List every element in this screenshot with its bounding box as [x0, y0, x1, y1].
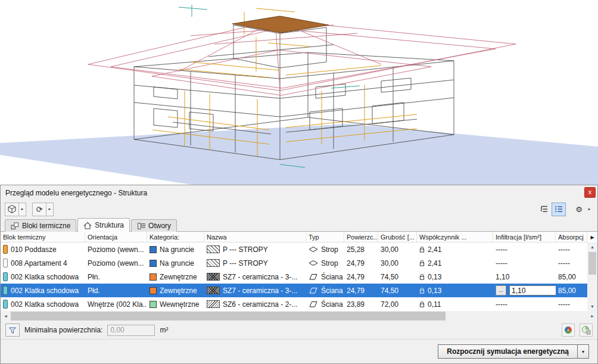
grubosc-value: 74,50 — [378, 270, 417, 284]
kategoria-value: Na gruncie — [160, 245, 194, 254]
grubosc-value: 30,00 — [378, 242, 417, 256]
settings-button[interactable]: ⚙ — [572, 203, 586, 216]
roof-lines — [88, 20, 516, 95]
thermal-block-marker — [3, 272, 8, 281]
edit-value-button[interactable]: ... — [496, 285, 506, 295]
application-screen: Przegląd modelu energetycznego - Struktu… — [0, 0, 598, 364]
typ-value: Strop — [321, 259, 338, 267]
typ-value: Strop — [321, 245, 338, 254]
report-settings-icon — [581, 325, 591, 335]
list-view-button[interactable] — [552, 203, 566, 216]
openings-icon — [137, 222, 145, 230]
column-header-orientacja[interactable]: Orientacja — [85, 232, 147, 242]
refresh-dropdown[interactable]: ▸ — [46, 203, 54, 216]
orientacja-value: Poziomo (wewn... — [85, 256, 147, 270]
tree-view-button[interactable] — [537, 203, 552, 216]
absorpcja-value: ----- — [556, 242, 587, 256]
fill-hatch-icon — [207, 273, 220, 281]
thermal-block-marker — [3, 259, 8, 267]
min-area-input[interactable] — [107, 325, 155, 336]
table-row[interactable]: 010 Poddasze Poziomo (wewn... Na gruncie… — [1, 242, 587, 256]
column-header-absorpcja[interactable]: Absorpcj — [556, 232, 587, 242]
wall-icon — [309, 300, 318, 308]
column-header-kategoria[interactable]: Kategoria: — [147, 232, 204, 242]
wspolczynnik-value: 0,13 — [428, 287, 441, 295]
report-settings-button[interactable] — [580, 323, 593, 337]
column-header-typ[interactable]: Typ — [306, 232, 344, 242]
kategoria-value: Zewnętrzne — [160, 287, 197, 295]
tab-struktura[interactable]: Struktura — [77, 218, 130, 232]
scroll-left-button[interactable]: ◄ — [1, 311, 11, 321]
powierzchnia-value: 25,28 — [344, 242, 378, 256]
blok-termiczny-value: 002 Klatka schodowa — [11, 287, 79, 295]
model-display-dropdown[interactable]: ▸ — [19, 203, 26, 216]
nazwa-value: SZ7 - ceramiczna - 3-... — [223, 287, 297, 295]
filter-button[interactable] — [5, 323, 20, 337]
grubosc-value: 72,00 — [378, 297, 417, 311]
ground-plane — [0, 124, 598, 185]
table-body: 010 Poddasze Poziomo (wewn... Na gruncie… — [1, 242, 587, 311]
column-header-infiltracja[interactable]: Infiltracja [l/sm²] — [493, 232, 556, 242]
cube-icon — [7, 204, 17, 214]
refresh-button[interactable]: ⟳ — [32, 203, 46, 216]
column-header-powierzchnia[interactable]: Powierzc... — [344, 232, 378, 242]
wall-icon — [309, 287, 318, 294]
slab-icon — [309, 245, 318, 253]
close-button[interactable]: x — [584, 187, 596, 198]
list-view-icon — [554, 205, 563, 213]
scroll-down-button[interactable]: ▼ — [587, 302, 597, 311]
panel-title: Przegląd modelu energetycznego - Struktu… — [5, 189, 147, 197]
model-display-button[interactable] — [5, 203, 19, 216]
table-row[interactable]: 008 Apartament 4 Poziomo (wewn... Na gru… — [1, 256, 587, 270]
category-color-icon — [150, 287, 157, 294]
structure-table: Blok termiczny Orientacja Kategoria: Naz… — [1, 232, 597, 321]
tab-label: Bloki termiczne — [22, 222, 70, 230]
blok-termiczny-value: 008 Apartament 4 — [11, 259, 67, 267]
category-color-icon — [150, 301, 157, 308]
3d-viewport[interactable] — [0, 0, 598, 185]
infiltracja-input[interactable] — [509, 285, 556, 295]
action-bar: Rozpocznij symulacja energetyczną ▾ — [1, 339, 597, 363]
absorpcja-value: 85,00 — [556, 284, 587, 297]
header-next-columns-button[interactable]: ▶ — [587, 232, 597, 242]
start-simulation-dropdown[interactable]: ▾ — [578, 344, 589, 359]
thermal-blocks-icon — [11, 222, 19, 230]
table-row[interactable]: 002 Klatka schodowa Płn. Zewnętrzne SZ7 … — [1, 270, 587, 284]
fill-hatch-icon — [207, 300, 220, 308]
energy-evaluation-icon — [563, 325, 573, 335]
column-header-blok-termiczny[interactable]: Blok termiczny — [1, 232, 85, 242]
category-color-icon — [150, 246, 157, 253]
energy-evaluation-button[interactable] — [562, 323, 575, 337]
powierzchnia-value: 23,89 — [344, 297, 378, 311]
vertical-scroll-thumb[interactable] — [588, 252, 596, 275]
scroll-up-button[interactable]: ▲ — [587, 242, 597, 251]
nazwa-value: P --- STROPY — [223, 245, 268, 254]
column-header-nazwa[interactable]: Nazwa — [204, 232, 306, 242]
lock-icon — [419, 273, 425, 281]
table-row-selected[interactable]: 002 Klatka schodowa Płd. Zewnętrzne SZ7 … — [1, 284, 587, 297]
vertical-scrollbar[interactable]: ▲ ▼ — [587, 242, 597, 311]
horizontal-scrollbar[interactable]: ◄ ► — [1, 311, 597, 321]
nazwa-value: SZ7 - ceramiczna - 3-... — [223, 273, 297, 281]
powierzchnia-value: 24,79 — [344, 256, 378, 270]
column-header-wspolczynnik[interactable]: Współczynnik ... — [417, 232, 493, 242]
start-simulation-button[interactable]: Rozpocznij symulacja energetyczną — [438, 344, 578, 359]
grubosc-value: 30,00 — [378, 256, 417, 270]
infiltracja-value: ----- — [493, 242, 556, 256]
absorpcja-value: 85,00 — [556, 270, 587, 284]
settings-dropdown[interactable]: ▸ — [586, 203, 593, 216]
tab-bloki-termiczne[interactable]: Bloki termiczne — [5, 219, 76, 232]
panel-titlebar[interactable]: Przegląd modelu energetycznego - Struktu… — [1, 185, 597, 200]
typ-value: Ściana — [321, 300, 343, 309]
tab-label: Struktura — [95, 221, 124, 229]
fill-hatch-icon — [207, 287, 220, 294]
table-row[interactable]: 002 Klatka schodowa Wnętrze (002 Kla... … — [1, 297, 587, 311]
house-icon — [83, 222, 92, 229]
scroll-right-button[interactable]: ► — [587, 311, 597, 321]
powierzchnia-value: 24,79 — [344, 284, 378, 297]
infiltracja-value: ----- — [493, 297, 556, 311]
tab-otwory[interactable]: Otwory — [131, 219, 177, 232]
horizontal-scroll-thumb[interactable] — [11, 312, 446, 321]
absorpcja-value: ----- — [556, 297, 587, 311]
column-header-grubosc[interactable]: Grubość [... — [378, 232, 417, 242]
